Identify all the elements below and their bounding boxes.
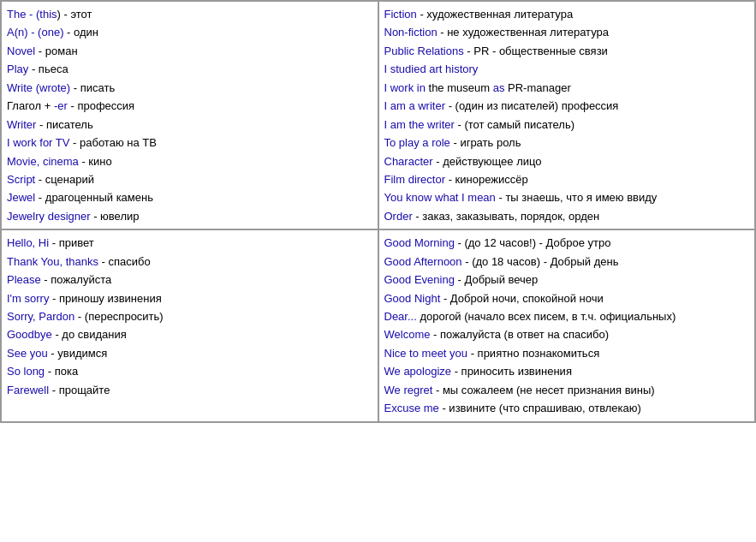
line: Fiction - художественная литература bbox=[384, 5, 750, 23]
line-am-a-writer: I am a writer - (один из писателей) проф… bbox=[384, 97, 750, 115]
line: Non-fiction - не художественная литерату… bbox=[384, 23, 750, 41]
cell-top-right: Fiction - художественная литература Non-… bbox=[378, 1, 756, 229]
line-character: Character - действующее лицо bbox=[384, 152, 750, 170]
line: Script - сценарий bbox=[7, 170, 372, 188]
line: We regret - мы сожалеем (не несет призна… bbox=[384, 381, 750, 399]
line: Глагол + -er - профессия bbox=[7, 97, 372, 115]
line: We apologize - приносить извинения bbox=[384, 362, 750, 380]
line: I'm sorry - приношу извинения bbox=[7, 289, 372, 307]
cell-top-left: The - (this) - этот A(n) - (one) - один … bbox=[1, 1, 378, 229]
line: Good Evening - Добрый вечер bbox=[384, 271, 750, 289]
line: Farewell - прощайте bbox=[7, 381, 372, 399]
line: See you - увидимся bbox=[7, 344, 372, 362]
line: Welcome - пожалуйста (в ответ на спасибо… bbox=[384, 325, 750, 343]
line: Good Afternoon - (до 18 часов) - Добрый … bbox=[384, 253, 750, 271]
line: Excuse me - извините (что спрашиваю, отв… bbox=[384, 399, 750, 417]
line: Good Night - Доброй ночи, спокойной ночи bbox=[384, 289, 750, 307]
cell-bottom-right: Good Morning - (до 12 часов!) - Доброе у… bbox=[378, 229, 756, 421]
line: Good Morning - (до 12 часов!) - Доброе у… bbox=[384, 234, 750, 252]
line: Writer - писатель bbox=[7, 116, 372, 134]
line-to-play-a-role: To play a role - играть роль bbox=[384, 134, 750, 152]
line: Public Relations - PR - общественные свя… bbox=[384, 42, 750, 60]
line: Thank You, thanks - спасибо bbox=[7, 253, 372, 271]
line: Hello, Hi - привет bbox=[7, 234, 372, 252]
line: Order - заказ, заказывать, порядок, орде… bbox=[384, 207, 750, 225]
line: Dear... дорогой (начало всех писем, в т.… bbox=[384, 307, 750, 325]
line: Sorry, Pardon - (переспросить) bbox=[7, 307, 372, 325]
line-studied-art-history: I studied art history bbox=[384, 60, 750, 78]
line: I work for TV - работаю на ТВ bbox=[7, 134, 372, 152]
line: I work in the museum as PR-manager bbox=[384, 79, 750, 97]
line: Jewelry designer - ювелир bbox=[7, 207, 372, 225]
line: Movie, cinema - кино bbox=[7, 152, 372, 170]
line: You know what I mean - ты знаешь, что я … bbox=[384, 188, 750, 206]
main-grid: The - (this) - этот A(n) - (one) - один … bbox=[0, 0, 756, 423]
line: Please - пожалуйста bbox=[7, 271, 372, 289]
line: Play - пьеса bbox=[7, 60, 372, 78]
line: Write (wrote) - писать bbox=[7, 79, 372, 97]
line: Jewel - драгоценный камень bbox=[7, 188, 372, 206]
line-am-the-writer: I am the writer - (тот самый писатель) bbox=[384, 116, 750, 134]
line: Nice to meet you - приятно познакомиться bbox=[384, 344, 750, 362]
line: The - (this) - этот bbox=[7, 5, 372, 23]
line: Goodbye - до свидания bbox=[7, 325, 372, 343]
cell-bottom-left: Hello, Hi - привет Thank You, thanks - с… bbox=[1, 229, 378, 421]
line: So long - пока bbox=[7, 362, 372, 380]
line: Novel - роман bbox=[7, 42, 372, 60]
line: A(n) - (one) - один bbox=[7, 23, 372, 41]
line: Film director - кинорежиссёр bbox=[384, 170, 750, 188]
